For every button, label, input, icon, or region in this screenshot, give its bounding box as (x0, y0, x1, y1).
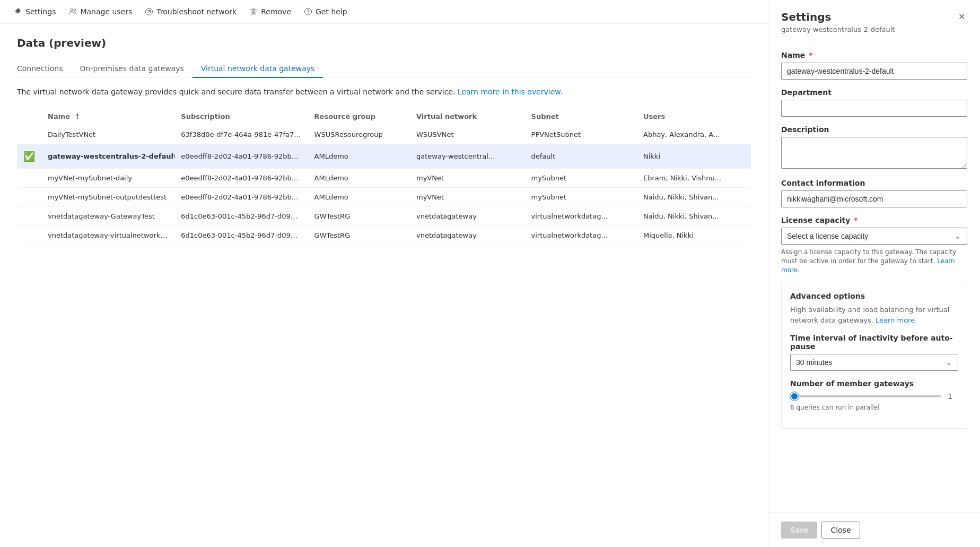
contact-label: Contact information (781, 179, 967, 187)
settings-label: Settings (25, 7, 56, 16)
department-input[interactable] (781, 100, 967, 117)
manage-users-label: Manage users (80, 7, 132, 16)
save-button[interactable]: Save (781, 522, 817, 539)
row-cell-0: 63f38d0e-df7e-464a-981e-47fa78f30861 (174, 125, 308, 144)
license-help-text: Assign a license capacity to this gatewa… (781, 248, 967, 274)
manage-users-icon (68, 7, 77, 16)
row-select-cell (17, 188, 41, 207)
panel-close-button[interactable]: ✕ (956, 11, 967, 23)
table-row[interactable]: vnetdatagateway-GatewayTest6d1c0e63-001c… (17, 207, 751, 226)
row-cell-1: GWTestRG (308, 226, 410, 245)
svg-point-0 (71, 9, 73, 12)
col-name: Name ↑ (41, 108, 174, 125)
toolbar-manage-users[interactable]: Manage users (63, 4, 137, 19)
advanced-options-desc: High availability and load balancing for… (790, 305, 958, 325)
row-cell-4: Abhay, Alexandra, A... (637, 125, 751, 144)
table-row[interactable]: myVNet-mySubnet-outputdestteste0eedff8-2… (17, 188, 751, 207)
tab-virtual-network[interactable]: Virtual network data gateways (192, 60, 323, 78)
toolbar-remove[interactable]: Remove (244, 4, 296, 19)
row-cell-3: virtualnetworkdatag... (525, 226, 637, 245)
row-cell-1: AMLdemo (308, 144, 410, 169)
col-subnet: Subnet (525, 108, 637, 125)
table-row[interactable]: DailyTestVNet63f38d0e-df7e-464a-981e-47f… (17, 125, 751, 144)
name-sort-icon[interactable]: ↑ (75, 112, 81, 120)
svg-point-1 (74, 9, 76, 11)
advanced-learn-more-link[interactable]: Learn more. (876, 316, 917, 324)
contact-input[interactable] (781, 190, 967, 207)
settings-icon (14, 7, 22, 16)
tab-description: The virtual network data gateway provide… (17, 86, 751, 98)
row-cell-3: virtualnetworkdatag... (525, 207, 637, 226)
row-cell-0: e0eedff8-2d02-4a01-9786-92bb0e0cb... (174, 144, 308, 169)
row-name-cell: vnetdatagateway-GatewayTest (41, 207, 174, 226)
time-interval-select-wrapper: 30 minutes 60 minutes 90 minutes Never (790, 354, 958, 371)
col-users: Users (637, 108, 751, 125)
table-row[interactable]: vnetdatagateway-virtualnetworkdata...6d1… (17, 226, 751, 245)
col-resource-group: Resource group (308, 108, 410, 125)
panel-footer: Save Close (768, 513, 980, 547)
row-select-cell (17, 207, 41, 226)
row-name-text: vnetdatagateway-GatewayTest (48, 212, 155, 220)
panel-subtitle: gateway-westcentralus-2-default (781, 25, 895, 33)
main-content: Settings Manage users Troubleshoot netwo… (0, 0, 768, 547)
row-cell-0: 6d1c0e63-001c-45b2-96d7-d092e94c8... (174, 207, 308, 226)
row-cell-0: e0eedff8-2d02-4a01-9786-92bb0e0cb... (174, 169, 308, 188)
member-gateways-group: Number of member gateways 1 6 queries ca… (790, 379, 958, 411)
description-input[interactable] (781, 137, 967, 169)
learn-more-link[interactable]: Learn more in this overview. (458, 88, 563, 96)
row-cell-3: PPVNetSubnet (525, 125, 637, 144)
page-body: Data (preview) Connections On-premises d… (0, 24, 768, 547)
row-cell-4: Naidu, Nikki, Shivan... (637, 188, 751, 207)
license-capacity-field-group: License capacity * Select a license capa… (781, 216, 967, 274)
row-cell-4: Nikki (637, 144, 751, 169)
row-name-cell: myVNet-mySubnet-outputdesttest (41, 188, 174, 207)
row-cell-4: Ebram, Nikki, Vishnu... (637, 169, 751, 188)
row-select-cell (17, 125, 41, 144)
member-gateways-label: Number of member gateways (790, 379, 958, 388)
settings-panel: Settings gateway-westcentralus-2-default… (768, 0, 980, 547)
member-gateways-slider[interactable] (790, 395, 941, 397)
advanced-options-box: Advanced options High availability and l… (781, 283, 967, 429)
time-interval-select[interactable]: 30 minutes 60 minutes 90 minutes Never (790, 354, 958, 371)
remove-icon (249, 7, 258, 16)
name-input[interactable] (781, 63, 967, 80)
row-name-cell: myVNet-mySubnet-daily (41, 169, 174, 188)
row-select-cell (17, 226, 41, 245)
toolbar-settings[interactable]: Settings (8, 4, 61, 19)
table-row[interactable]: ✅ gateway-westcentralus-2-default ··· e0… (17, 144, 751, 169)
department-label: Department (781, 88, 967, 97)
license-select-wrapper: Select a license capacity (781, 228, 967, 245)
name-label: Name * (781, 51, 967, 59)
page-title: Data (preview) (17, 37, 751, 49)
col-check (17, 108, 41, 125)
table-row[interactable]: myVNet-mySubnet-dailye0eedff8-2d02-4a01-… (17, 169, 751, 188)
toolbar-get-help[interactable]: Get help (299, 4, 353, 19)
row-name-cell: gateway-westcentralus-2-default ··· (41, 144, 174, 169)
row-cell-2: vnetdatagateway (410, 226, 525, 245)
tab-connections[interactable]: Connections (17, 60, 72, 78)
panel-header: Settings gateway-westcentralus-2-default… (768, 0, 980, 40)
description-label: Description (781, 125, 967, 134)
description-field-group: Description (781, 125, 967, 170)
row-name-text: myVNet-mySubnet-daily (48, 174, 132, 182)
row-select-cell (17, 169, 41, 188)
name-field-group: Name * (781, 51, 967, 80)
advanced-options-title: Advanced options (790, 292, 958, 300)
toolbar-troubleshoot-network[interactable]: Troubleshoot network (139, 4, 242, 19)
tabs: Connections On-premises data gateways Vi… (17, 60, 751, 78)
toolbar: Settings Manage users Troubleshoot netwo… (0, 0, 768, 24)
time-interval-label: Time interval of inactivity before auto-… (790, 334, 958, 351)
remove-label: Remove (261, 7, 291, 16)
row-cell-4: Naidu, Nikki, Shivan... (637, 207, 751, 226)
tab-on-premises[interactable]: On-premises data gateways (72, 60, 192, 78)
row-cell-3: mySubnet (525, 188, 637, 207)
row-name-text: DailyTestVNet (48, 131, 95, 138)
row-cell-2: myVNet (410, 169, 525, 188)
row-cell-1: AMLdemo (308, 188, 410, 207)
troubleshoot-label: Troubleshoot network (156, 7, 237, 16)
slider-help: 6 queries can run in parallel (790, 404, 958, 411)
panel-body: Name * Department Description Contact in… (768, 40, 980, 513)
row-name-cell: vnetdatagateway-virtualnetworkdata... (41, 226, 174, 245)
close-button[interactable]: Close (821, 522, 860, 539)
license-capacity-select[interactable]: Select a license capacity (781, 228, 967, 245)
